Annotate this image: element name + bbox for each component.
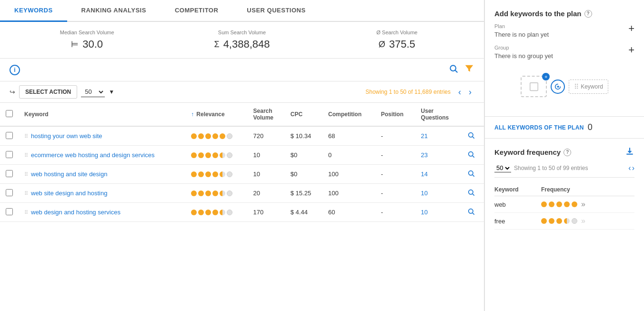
add-group-button[interactable]: + [628, 45, 634, 55]
drag-keyword-icon: ⠿ [574, 83, 579, 90]
row-position: - [375, 203, 415, 222]
forward-arrow-icon: ↪ [10, 88, 15, 96]
row-checkbox[interactable] [6, 208, 13, 215]
row-keyword[interactable]: ⠿hosting your own web site [19, 126, 185, 146]
filter-icon[interactable] [464, 63, 474, 76]
next-page-button[interactable]: › [466, 86, 474, 98]
freq-nav-icon[interactable]: » [581, 217, 585, 225]
row-search-icon[interactable] [467, 209, 475, 217]
row-user-questions[interactable]: 21 [415, 126, 462, 146]
row-user-questions[interactable]: 14 [415, 165, 462, 184]
row-checkbox[interactable] [6, 151, 13, 158]
row-competition: 60 [322, 203, 375, 222]
row-checkbox-cell [0, 146, 19, 165]
action-bar: ↪ SELECT ACTION 50 100 200 ▼ Showing 1 t… [0, 81, 484, 103]
freq-showing-text: Showing 1 to 50 of 99 entries [514, 165, 588, 171]
freq-col-freq-header: Frequency [541, 186, 634, 193]
col-user-questions: UserQuestions [415, 103, 462, 126]
right-panel: Add keywords to the plan ? Plan There is… [484, 0, 644, 311]
row-checkbox[interactable] [6, 132, 13, 139]
add-plan-button[interactable]: + [628, 23, 634, 34]
freq-per-page-select[interactable]: 50 100 [494, 164, 511, 172]
row-checkbox-cell [0, 165, 19, 184]
stat-avg-label: Ø Search Volume [320, 30, 474, 35]
row-keyword[interactable]: ⠿web hosting and site design [19, 165, 185, 184]
col-relevance[interactable]: ↑ Relevance [185, 103, 248, 126]
col-competition: Competition [322, 103, 375, 126]
search-icon[interactable] [449, 64, 458, 76]
row-search-icon[interactable] [467, 133, 475, 140]
row-competition: 0 [322, 146, 375, 165]
select-action-button[interactable]: SELECT ACTION [19, 85, 77, 99]
select-all-header[interactable] [0, 103, 19, 126]
col-actions [462, 103, 484, 126]
freq-word: web [494, 201, 541, 208]
row-competition: 100 [322, 165, 375, 184]
row-search-volume: 10 [248, 146, 285, 165]
row-checkbox[interactable] [6, 170, 13, 177]
freq-row: web» [494, 196, 634, 213]
svg-point-0 [450, 65, 456, 71]
freq-nav-icon[interactable]: » [581, 200, 585, 209]
freq-help-icon[interactable]: ? [564, 149, 571, 156]
row-search-icon[interactable] [467, 152, 475, 160]
avg-icon: Ø [379, 40, 385, 50]
row-checkbox[interactable] [6, 189, 13, 196]
median-icon: ⊨ [71, 39, 79, 50]
stat-sum: Sum Search Volume Σ 4,388,848 [164, 30, 319, 50]
svg-point-2 [469, 133, 473, 137]
row-competition: 68 [322, 126, 375, 146]
stats-bar: Median Search Volume ⊨ 30.0 Sum Search V… [0, 22, 484, 59]
per-page-select[interactable]: 50 100 200 [81, 87, 105, 97]
row-keyword[interactable]: ⠿web design and hosting services [19, 203, 185, 222]
freq-next-button[interactable]: › [632, 164, 634, 172]
row-relevance [185, 146, 248, 165]
svg-line-11 [473, 213, 474, 215]
drag-handle-icon: ⠿ [24, 152, 28, 158]
freq-prev-button[interactable]: ‹ [628, 164, 631, 172]
row-user-questions[interactable]: 10 [415, 203, 462, 222]
plan-row: Plan There is no plan yet + [494, 23, 634, 38]
row-user-questions[interactable]: 10 [415, 184, 462, 203]
select-all-checkbox[interactable] [6, 110, 13, 117]
row-cpc: $0 [285, 165, 322, 184]
stat-median-value: ⊨ 30.0 [10, 38, 164, 50]
col-cpc: CPC [285, 103, 322, 126]
sum-icon: Σ [214, 40, 219, 50]
row-cpc: $0 [285, 146, 322, 165]
help-icon[interactable]: ? [584, 10, 592, 18]
row-search-volume: 170 [248, 203, 285, 222]
drag-handle-icon: ⠿ [24, 133, 28, 139]
tab-competitor[interactable]: COMPETITOR [161, 0, 232, 22]
row-relevance [185, 165, 248, 184]
row-relevance [185, 126, 248, 146]
stat-sum-value: Σ 4,388,848 [164, 38, 319, 50]
row-position: - [375, 184, 415, 203]
freq-dots: » [541, 217, 634, 225]
row-search-cell [462, 165, 484, 184]
download-icon[interactable] [625, 146, 634, 158]
tab-keywords[interactable]: KEYWORDS [0, 0, 67, 22]
toolbar-left: i [10, 65, 20, 75]
all-keywords-link[interactable]: ALL KEYWORDS OF THE PLAN [494, 124, 584, 131]
drag-box[interactable] [521, 76, 547, 97]
drag-handle-icon: ⠿ [24, 210, 28, 215]
info-icon[interactable]: i [10, 65, 20, 75]
row-keyword[interactable]: ⠿web site design and hosting [19, 184, 185, 203]
row-search-volume: 10 [248, 165, 285, 184]
tab-ranking[interactable]: RANKING ANALYSIS [67, 0, 161, 22]
freq-table: Keyword Frequency web»free» [494, 183, 634, 230]
svg-line-5 [473, 156, 474, 158]
drag-handle-icon: ⠿ [24, 191, 28, 196]
keywords-table-container: Keyword ↑ Relevance SearchVolume CPC Com… [0, 103, 484, 311]
row-search-icon[interactable] [467, 190, 475, 198]
freq-pagination: ‹ › [628, 164, 634, 172]
row-user-questions[interactable]: 23 [415, 146, 462, 165]
row-search-icon[interactable] [467, 171, 475, 179]
tab-user-questions[interactable]: USER QUESTIONS [232, 0, 320, 22]
group-row: Group There is no group yet + [494, 45, 634, 60]
prev-page-button[interactable]: ‹ [455, 86, 464, 98]
row-keyword[interactable]: ⠿ecommerce web hosting and design servic… [19, 146, 185, 165]
table-row: ⠿ecommerce web hosting and design servic… [0, 146, 484, 165]
tab-bar: KEYWORDS RANKING ANALYSIS COMPETITOR USE… [0, 0, 484, 22]
